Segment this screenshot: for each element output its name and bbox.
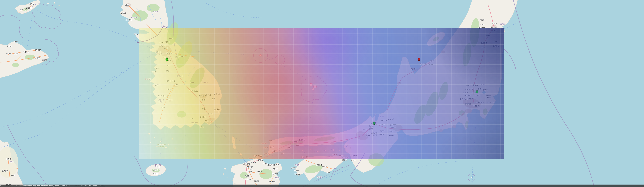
map-pin-green-korea[interactable] <box>165 58 169 61</box>
attribution-bar: Maps and Data (c) openstreetmap.org and … <box>0 184 644 187</box>
attribution-text: Maps and Data (c) openstreetmap.org and … <box>0 185 105 187</box>
map-pin-green-kansai[interactable] <box>372 121 376 125</box>
map-canvas[interactable]: 金州区大连市旅顺口区蓬莱区龙口市烟台市威海市招远市栖霞市文登区荣成市射阳县盐城市… <box>0 0 644 187</box>
map-markers-layer <box>0 0 644 187</box>
map-pin-red-japan-sea[interactable] <box>417 58 421 61</box>
map-pin-green-kanto[interactable] <box>475 90 479 94</box>
